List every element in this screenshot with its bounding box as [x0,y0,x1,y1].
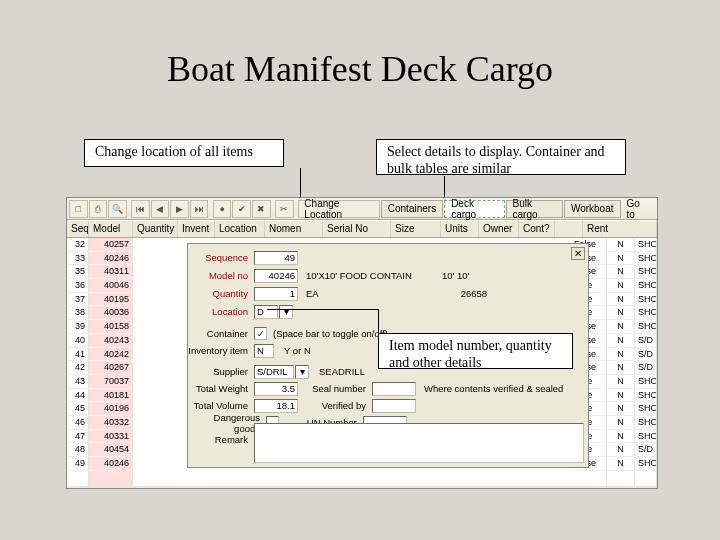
sequence-input[interactable]: 49 [254,251,298,265]
table-cell[interactable]: N [607,430,634,444]
table-cell[interactable]: SHO [635,375,656,389]
inventory-input[interactable]: N [254,344,274,358]
table-cell[interactable]: 49 [67,457,88,471]
table-cell[interactable]: SHO [635,252,656,266]
table-cell[interactable]: SHO [635,238,656,252]
table-cell[interactable]: N [607,416,634,430]
tab-workboat[interactable]: Workboat [564,200,621,218]
table-cell[interactable]: 70037 [89,375,132,389]
table-cell[interactable]: SHO [635,430,656,444]
col-blank[interactable] [555,220,583,237]
table-cell[interactable]: N [607,375,634,389]
table-cell[interactable]: SHO [635,293,656,307]
table-cell[interactable]: SHO [635,402,656,416]
col-seq[interactable]: Seq [67,220,89,237]
table-cell[interactable]: 37 [67,293,88,307]
table-cell[interactable]: N [607,279,634,293]
table-cell[interactable]: N [607,238,634,252]
table-cell[interactable]: 46 [67,416,88,430]
toolbar-icon-last[interactable]: ⏭ [190,200,209,218]
tab-containers[interactable]: Containers [381,200,443,218]
table-cell[interactable]: 40311 [89,265,132,279]
col-quantity[interactable]: Quantity [133,220,178,237]
table-cell[interactable]: SHO [635,265,656,279]
table-cell[interactable]: 40246 [89,252,132,266]
toolbar-icon-preview[interactable]: 🔍 [108,200,127,218]
supplier-input[interactable]: S/DRIL [254,365,294,379]
table-cell[interactable]: N [607,361,634,375]
table-cell[interactable]: N [607,443,634,457]
table-cell[interactable]: 33 [67,252,88,266]
table-cell[interactable]: N [607,265,634,279]
toolbar-icon-cancel[interactable]: ✖ [252,200,271,218]
table-cell[interactable]: SHO [635,320,656,334]
col-rent[interactable]: Rent [583,220,657,237]
toolbar-icon-add[interactable]: ● [213,200,232,218]
table-cell[interactable]: 47 [67,430,88,444]
table-cell[interactable]: S/D [635,361,656,375]
toolbar-icon-first[interactable]: ⏮ [131,200,150,218]
table-cell[interactable]: 32 [67,238,88,252]
table-cell[interactable]: 35 [67,265,88,279]
toolbar-icon-cut[interactable]: ✂ [275,200,294,218]
table-cell[interactable]: SHO [635,306,656,320]
toolbar-icon-save[interactable]: ✔ [232,200,251,218]
table-cell[interactable]: SHO [635,279,656,293]
table-cell[interactable]: N [607,457,634,471]
toolbar-icon-print[interactable]: ⎙ [89,200,108,218]
table-cell[interactable]: 38 [67,306,88,320]
col-location[interactable]: Location [215,220,265,237]
col-invent[interactable]: Invent [178,220,215,237]
table-cell[interactable]: 42 [67,361,88,375]
table-cell[interactable]: 40332 [89,416,132,430]
table-cell[interactable]: 48 [67,443,88,457]
verifiedby-input[interactable] [372,399,416,413]
table-cell[interactable]: SHO [635,389,656,403]
supplier-dropdown-icon[interactable]: ▾ [295,365,309,379]
table-cell[interactable]: N [607,320,634,334]
table-cell[interactable]: 36 [67,279,88,293]
table-cell[interactable]: 39 [67,320,88,334]
col-model[interactable]: Model [89,220,133,237]
location-input[interactable]: D [254,305,278,319]
table-cell[interactable]: S/D [635,348,656,362]
table-cell[interactable]: 40036 [89,306,132,320]
col-units[interactable]: Units [441,220,479,237]
table-cell[interactable]: 40331 [89,430,132,444]
totalvolume-input[interactable]: 18.1 [254,399,298,413]
table-cell[interactable]: N [607,293,634,307]
table-cell[interactable]: N [607,389,634,403]
container-checkbox[interactable]: ✓ [254,327,267,340]
table-cell[interactable]: 40243 [89,334,132,348]
table-cell[interactable]: N [607,348,634,362]
table-cell[interactable]: 40195 [89,293,132,307]
goto-label[interactable]: Go to [622,200,654,218]
table-cell[interactable]: 40267 [89,361,132,375]
table-cell[interactable]: 40454 [89,443,132,457]
table-cell[interactable]: 44 [67,389,88,403]
col-serial[interactable]: Serial No [323,220,391,237]
table-cell[interactable]: 40257 [89,238,132,252]
table-cell[interactable]: S/D [635,443,656,457]
toolbar-icon-prev[interactable]: ◀ [151,200,170,218]
tab-bulk-cargo[interactable]: Bulk cargo [506,200,563,218]
table-cell[interactable]: 41 [67,348,88,362]
table-cell[interactable]: 40181 [89,389,132,403]
table-cell[interactable]: SHO [635,457,656,471]
col-owner[interactable]: Owner [479,220,519,237]
sealno-input[interactable] [372,382,416,396]
toolbar-icon-next[interactable]: ▶ [170,200,189,218]
table-cell[interactable]: 40242 [89,348,132,362]
col-size[interactable]: Size [391,220,441,237]
toolbar-icon-new[interactable]: □ [69,200,88,218]
table-cell[interactable]: 40 [67,334,88,348]
table-cell[interactable]: N [607,402,634,416]
tab-deck-cargo[interactable]: Deck cargo [444,200,504,218]
close-icon[interactable]: ✕ [571,247,585,260]
table-cell[interactable]: N [607,252,634,266]
table-cell[interactable]: 43 [67,375,88,389]
location-dropdown-icon[interactable]: ▾ [279,305,293,319]
table-cell[interactable]: 40196 [89,402,132,416]
modelno-input[interactable]: 40246 [254,269,298,283]
table-cell[interactable]: 40246 [89,457,132,471]
